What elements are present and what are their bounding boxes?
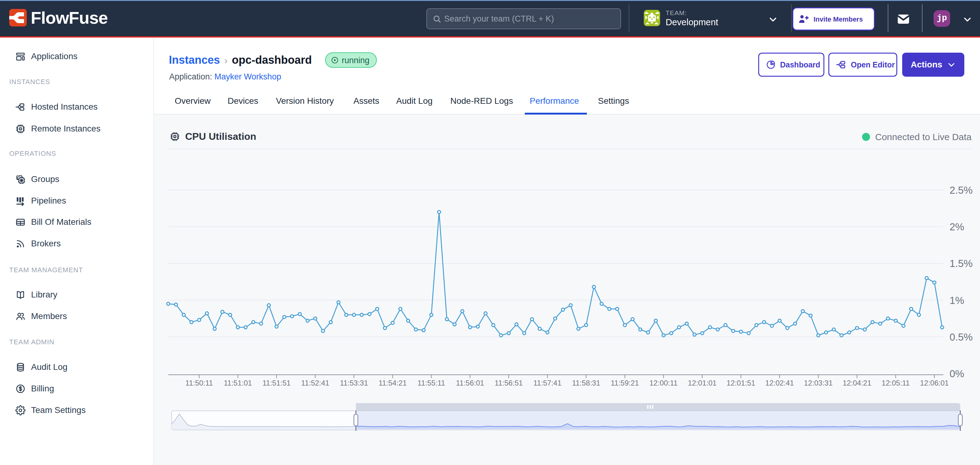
svg-text:2%: 2% [950,221,964,232]
svg-text:11:50:11: 11:50:11 [186,379,213,387]
svg-text:11:54:21: 11:54:21 [379,379,407,387]
svg-text:11:51:51: 11:51:51 [262,379,291,387]
svg-text:12:04:21: 12:04:21 [843,379,871,387]
svg-text:1%: 1% [950,295,964,306]
svg-text:11:59:21: 11:59:21 [611,379,639,387]
svg-text:11:55:11: 11:55:11 [417,379,445,387]
svg-text:12:06:01: 12:06:01 [920,379,949,387]
svg-text:0.5%: 0.5% [950,331,973,343]
svg-text:11:56:51: 11:56:51 [495,379,523,387]
svg-text:11:53:31: 11:53:31 [340,379,368,387]
svg-text:11:52:41: 11:52:41 [301,379,329,387]
svg-text:11:51:01: 11:51:01 [224,379,252,387]
svg-text:12:05:11: 12:05:11 [881,379,910,387]
svg-text:12:01:01: 12:01:01 [688,379,716,387]
svg-text:12:02:41: 12:02:41 [765,379,794,387]
svg-text:11:57:41: 11:57:41 [533,379,562,387]
svg-text:0%: 0% [950,368,964,379]
svg-text:12:01:51: 12:01:51 [727,379,755,387]
svg-text:11:58:31: 11:58:31 [572,379,600,387]
svg-text:2.5%: 2.5% [950,184,973,196]
svg-text:12:00:11: 12:00:11 [649,379,678,387]
svg-text:11:56:01: 11:56:01 [456,379,484,387]
svg-text:12:03:31: 12:03:31 [804,379,833,387]
svg-text:1.5%: 1.5% [950,258,973,269]
